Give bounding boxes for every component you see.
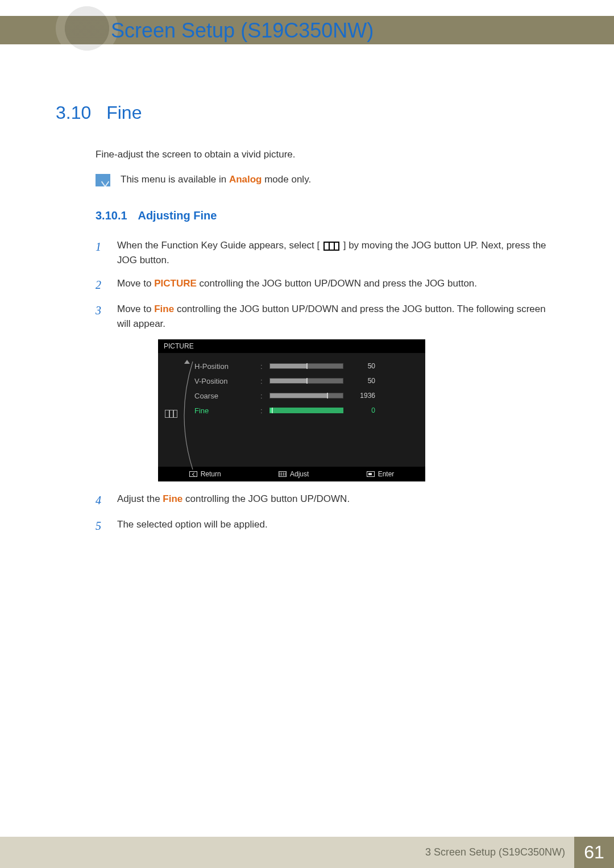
chapter-badge (56, 0, 118, 57)
colon: : (260, 362, 266, 371)
step-highlight: Fine (163, 493, 182, 504)
step-number: 3 (96, 302, 107, 332)
step-body: Move to Fine controlling the JOG button … (117, 302, 559, 332)
osd-row: H-Position:50 (194, 359, 417, 373)
osd-item-label: Coarse (194, 392, 257, 400)
osd-row: Coarse:1936 (194, 388, 417, 403)
osd-item-value: 50 (347, 362, 375, 370)
note-row: This menu is available in Analog mode on… (96, 174, 559, 186)
step-text: Move to (117, 304, 154, 314)
osd-item-label: Fine (194, 406, 257, 415)
page-title: Screen Setup (S19C350NW) (111, 19, 374, 43)
osd-enter-label: Enter (378, 470, 395, 478)
page-footer: 3 Screen Setup (S19C350NW) 61 (0, 837, 614, 868)
subsection-title: Adjusting Fine (138, 209, 217, 222)
osd-enter-hint: Enter (367, 470, 395, 478)
step-body: When the Function Key Guide appears, sel… (117, 238, 559, 268)
note-text: This menu is available in Analog mode on… (121, 174, 311, 185)
osd-item-label: H-Position (194, 362, 257, 371)
osd-slider (269, 378, 343, 384)
note-icon (96, 174, 110, 186)
section-title: Fine (106, 102, 142, 123)
step-highlight: Fine (154, 304, 174, 314)
osd-panel: PICTURE H-Position:50V-Position:50Coarse… (158, 339, 425, 481)
osd-footer: Return Adjust Enter (158, 467, 425, 481)
step-4: 4 Adjust the Fine controlling the JOG bu… (96, 492, 559, 509)
osd-row: V-Position:50 (194, 373, 417, 388)
intro-text: Fine-adjust the screen to obtain a vivid… (96, 149, 559, 160)
step-2: 2 Move to PICTURE controlling the JOG bu… (96, 276, 559, 294)
osd-adjust-hint: Adjust (279, 470, 309, 478)
step-body: The selected option will be applied. (117, 517, 268, 535)
adjust-icon (279, 471, 287, 477)
steps-list: 1 When the Function Key Guide appears, s… (96, 238, 559, 535)
colon: : (260, 392, 266, 400)
step-text: controlling the JOG button UP/DOWN and p… (197, 278, 477, 289)
content: 3.10 Fine Fine-adjust the screen to obta… (56, 102, 559, 543)
colon: : (260, 377, 266, 385)
up-arrow-icon (184, 360, 190, 364)
step-text: Adjust the (117, 493, 163, 504)
step-number: 4 (96, 492, 107, 509)
osd-row: Fine:0 (194, 403, 417, 418)
section-heading: 3.10 Fine (56, 102, 559, 123)
osd-screenshot: PICTURE H-Position:50V-Position:50Coarse… (158, 339, 559, 481)
note-highlight: Analog (229, 174, 262, 185)
step-number: 5 (96, 517, 107, 535)
osd-slider (269, 393, 343, 398)
return-icon (189, 471, 197, 477)
step-number: 2 (96, 276, 107, 294)
osd-slider (269, 408, 343, 413)
osd-item-value: 0 (347, 406, 375, 414)
step-text: controlling the JOG button UP/DOWN. (182, 493, 350, 504)
osd-item-value: 50 (347, 377, 375, 385)
osd-return-label: Return (201, 470, 221, 478)
osd-slider (269, 363, 343, 369)
osd-adjust-label: Adjust (290, 470, 309, 478)
osd-item-label: V-Position (194, 377, 257, 385)
step-body: Move to PICTURE controlling the JOG butt… (117, 276, 477, 294)
menu-icon (323, 242, 339, 251)
page-number: 61 (574, 837, 614, 868)
note-prefix: This menu is available in (121, 174, 229, 185)
step-body: Adjust the Fine controlling the JOG butt… (117, 492, 350, 509)
step-text: Move to (117, 278, 154, 289)
osd-title: PICTURE (158, 339, 425, 353)
bracket-left: [ (317, 240, 322, 251)
step-text: controlling the JOG button UP/DOWN and p… (117, 304, 546, 329)
step-1: 1 When the Function Key Guide appears, s… (96, 238, 559, 268)
note-suffix: mode only. (262, 174, 311, 185)
footer-text: 3 Screen Setup (S19C350NW) (425, 846, 565, 858)
osd-item-value: 1936 (347, 392, 375, 400)
enter-icon (367, 471, 375, 477)
menu-category-icon (165, 410, 177, 418)
subsection-number: 3.10.1 (96, 209, 127, 222)
step-number: 1 (96, 238, 107, 268)
step-text: When the Function Key Guide appears, sel… (117, 240, 317, 251)
step-highlight: PICTURE (154, 278, 197, 289)
subsection-heading: 3.10.1 Adjusting Fine (96, 209, 559, 222)
step-5: 5 The selected option will be applied. (96, 517, 559, 535)
osd-return-hint: Return (189, 470, 221, 478)
section-number: 3.10 (56, 102, 91, 123)
colon: : (260, 406, 266, 415)
osd-body: H-Position:50V-Position:50Coarse:1936Fin… (158, 353, 425, 467)
step-3: 3 Move to Fine controlling the JOG butto… (96, 302, 559, 332)
osd-rows: H-Position:50V-Position:50Coarse:1936Fin… (194, 359, 417, 418)
